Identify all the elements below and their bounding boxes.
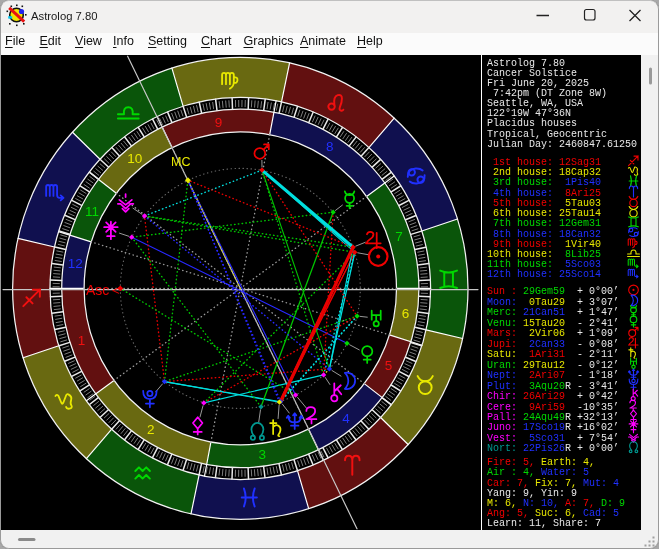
svg-text:1: 1 bbox=[78, 333, 86, 348]
svg-text:8: 8 bbox=[326, 139, 334, 154]
svg-text:3: 3 bbox=[258, 447, 266, 462]
svg-text:7: 7 bbox=[395, 229, 403, 244]
svg-text:2: 2 bbox=[147, 422, 155, 437]
svg-text:Asc: Asc bbox=[86, 282, 109, 298]
svg-text:9: 9 bbox=[215, 115, 223, 130]
svg-text:12: 12 bbox=[68, 256, 83, 271]
svg-text:6: 6 bbox=[402, 306, 410, 321]
svg-text:MC: MC bbox=[171, 155, 190, 169]
svg-text:4: 4 bbox=[342, 411, 350, 426]
svg-text:11: 11 bbox=[85, 204, 99, 219]
svg-text:5: 5 bbox=[385, 358, 393, 373]
svg-text:10: 10 bbox=[127, 151, 142, 166]
